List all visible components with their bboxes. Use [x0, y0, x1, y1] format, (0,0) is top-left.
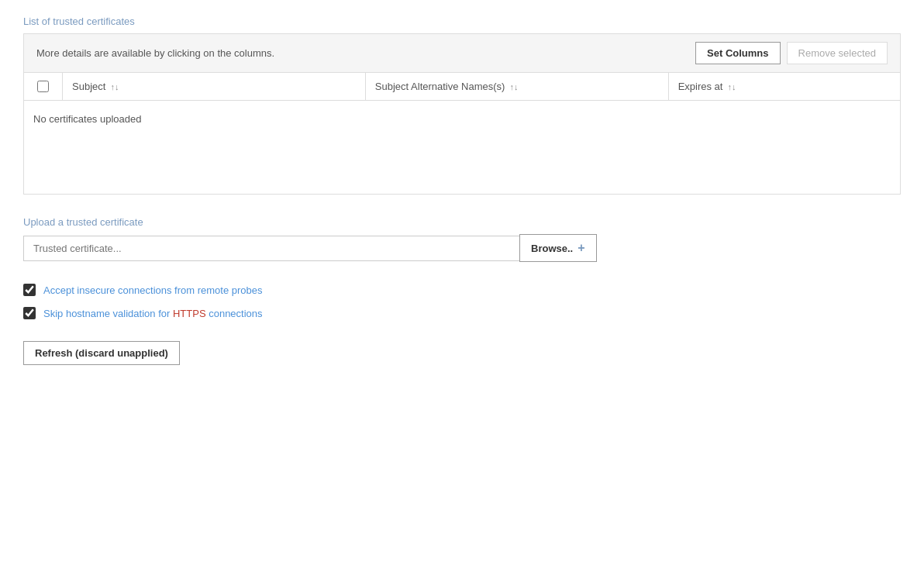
- remove-selected-button[interactable]: Remove selected: [787, 42, 888, 64]
- column-expires-label: Expires at: [678, 81, 723, 92]
- certificates-table: Subject ↑↓ Subject Alternative Names(s) …: [23, 73, 901, 195]
- upload-section-title: Upload a trusted certificate: [23, 216, 901, 228]
- insecure-connections-label[interactable]: Accept insecure connections from remote …: [43, 284, 263, 296]
- checkboxes-section: Accept insecure connections from remote …: [23, 284, 901, 319]
- browse-label: Browse..: [531, 243, 573, 254]
- set-columns-button[interactable]: Set Columns: [695, 42, 780, 64]
- column-subject[interactable]: Subject ↑↓: [63, 73, 366, 100]
- upload-row: Browse.. +: [23, 234, 901, 262]
- sort-expires-icon[interactable]: ↑↓: [727, 82, 736, 91]
- plus-icon: +: [578, 241, 584, 255]
- actions-section: Refresh (discard unapplied): [23, 341, 901, 365]
- hostname-validation-checkbox[interactable]: [23, 307, 36, 319]
- trusted-certs-title: List of trusted certificates: [23, 16, 901, 27]
- hostname-label-prefix: Skip hostname validation for: [43, 308, 173, 319]
- hostname-validation-label[interactable]: Skip hostname validation for HTTPS conne…: [43, 308, 263, 319]
- info-bar-text: More details are available by clicking o…: [36, 47, 274, 59]
- insecure-connections-checkbox[interactable]: [23, 284, 36, 296]
- empty-message: No certificates uploaded: [33, 113, 141, 125]
- hostname-label-suffix: connections: [206, 308, 263, 319]
- column-san-label: Subject Alternative Names(s): [375, 81, 505, 92]
- checkbox-row-hostname: Skip hostname validation for HTTPS conne…: [23, 307, 901, 319]
- column-san[interactable]: Subject Alternative Names(s) ↑↓: [366, 73, 669, 100]
- insecure-label-text: Accept insecure connections from remote …: [43, 284, 263, 296]
- info-bar-buttons: Set Columns Remove selected: [695, 42, 888, 64]
- browse-button[interactable]: Browse.. +: [519, 234, 597, 262]
- select-all-checkbox[interactable]: [37, 81, 49, 92]
- column-subject-label: Subject: [72, 81, 105, 92]
- table-header: Subject ↑↓ Subject Alternative Names(s) …: [24, 73, 900, 101]
- upload-section: Upload a trusted certificate Browse.. +: [23, 216, 901, 262]
- header-checkbox-cell[interactable]: [24, 73, 63, 100]
- sort-subject-icon[interactable]: ↑↓: [110, 82, 119, 91]
- checkbox-row-insecure: Accept insecure connections from remote …: [23, 284, 901, 296]
- refresh-button[interactable]: Refresh (discard unapplied): [23, 341, 180, 365]
- sort-san-icon[interactable]: ↑↓: [509, 82, 518, 91]
- table-body: No certificates uploaded: [24, 101, 900, 194]
- trusted-certs-section: List of trusted certificates More detail…: [23, 16, 901, 195]
- column-expires[interactable]: Expires at ↑↓: [669, 73, 900, 100]
- info-bar: More details are available by clicking o…: [23, 33, 901, 73]
- certificate-file-input[interactable]: [23, 236, 519, 261]
- https-link[interactable]: HTTPS: [173, 308, 206, 319]
